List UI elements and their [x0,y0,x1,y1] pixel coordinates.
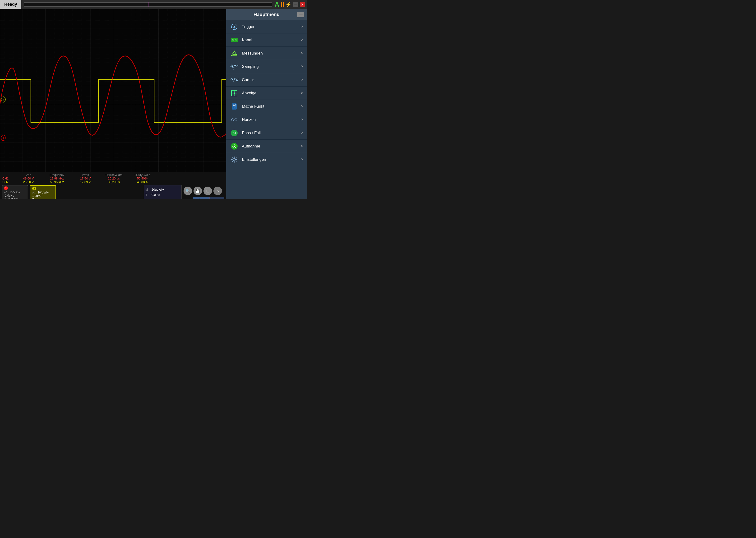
menu-cursor-arrow: > [300,77,303,82]
svg-point-23 [233,158,236,161]
ch1-circle: 1 [4,187,8,190]
menu-horizon-label: Horizon [242,117,297,122]
menu-item-trigger[interactable]: Trigger > [226,20,307,33]
time-d-value: 1k [151,198,155,199]
save-button[interactable]: 💾 [193,187,202,195]
meas-ch1-pulse: 25,20 us [100,177,128,180]
meas-ch2-freq: 5,995 kHz [43,180,71,184]
menu-kanal-label: Kanal [242,38,297,42]
ch2-info-box[interactable]: 2 AC 10 V /div 1.0divs ? [30,185,56,199]
meas-ch1-row: CH1 49,60 V 19,98 kHz 17,54 V 25,20 us 5… [0,177,226,180]
ch2-question: ? [32,197,34,199]
zoom-button[interactable]: 🔍 [184,187,192,195]
menu-einstellungen-arrow: > [300,157,303,162]
menu-aufnahme-label: Aufnahme [242,144,297,149]
save-icon: 💾 [195,189,200,193]
ch1-params: AC 10 V /div -1.0divs 20,000 kHz [4,190,26,199]
svg-marker-11 [232,51,237,56]
menu-item-messungen[interactable]: Messungen > [226,47,307,60]
menu-sampling-arrow: > [300,64,303,69]
home-button[interactable]: ⌂ [213,187,222,195]
svg-point-21 [234,145,235,147]
menu-collapse-button[interactable]: — [297,12,304,17]
svg-point-18 [235,119,237,121]
ch2-mode: AC [32,191,36,194]
pass-fail-icon: P?F [230,129,239,137]
menu-einstellungen-label: Einstellungen [242,157,297,162]
meas-ch2-vpp: 25,20 V [14,180,43,184]
menu-kanal-arrow: > [300,37,303,42]
waveform-canvas: 1 2 [0,9,226,199]
menu-anzeige-arrow: > [300,90,303,95]
oscilloscope-display: 1 2 Vpp Frequency Vrms +PulseWidth +Duty… [0,9,226,199]
time-m-value: 20us /div [151,188,164,191]
meas-ch1-duty: 50,40% [128,177,156,180]
meas-headers: Vpp Frequency Vrms +PulseWidth +DutyCycl… [0,173,226,177]
trigger-button[interactable]: Trigger [193,197,209,199]
ch1-scale: 10 V /div [10,190,21,194]
menu-trigger-arrow: > [300,24,303,29]
time-d-row: D 1k [145,197,180,199]
ch1-info-box[interactable]: 1 AC 10 V /div -1.0divs 20,000 kHz [2,185,28,199]
menu-aufnahme-arrow: > [300,144,303,149]
menu-item-mathe[interactable]: f(x)÷= Mathe Funkt. > [226,100,307,113]
time-t-row: T 0.0 ns [145,192,180,197]
menu-trigger-label: Trigger [242,25,297,29]
menu-messungen-arrow: > [300,51,303,56]
menu-item-sampling[interactable]: Sampling > [226,60,307,73]
menu-cursor-label: Cursor [242,78,297,82]
meas-ch1-vpp: 49,60 V [14,177,43,180]
force-button[interactable]: Force [210,197,224,199]
meas-header-pulse: +PulseWidth [100,173,128,177]
menu-item-kanal[interactable]: CH1 Kanal > [226,33,307,47]
title-icons: A ⚡ — ✕ [275,1,305,8]
meas-header-vrms: Vrms [71,173,100,177]
ch1-box-header: 1 [4,187,26,190]
export-button[interactable]: ⊡ [203,187,212,195]
meas-ch1-freq: 19,98 kHz [43,177,71,180]
meas-ch2-duty: 49,88% [128,180,156,184]
svg-point-17 [232,119,234,121]
time-t-value: 0.0 ns [151,193,160,196]
main-area: 1 2 Vpp Frequency Vrms +PulseWidth +Duty… [0,9,307,199]
ch1-offset: -1.0divs [4,194,14,197]
title-bar: Ready A ⚡ — ✕ [0,0,307,9]
close-button[interactable]: ✕ [300,2,305,7]
home-icon: ⌂ [217,189,219,193]
meas-header-freq: Frequency [43,173,71,177]
menu-sampling-label: Sampling [242,64,297,69]
bottom-action-icons: 🔍 💾 ⊡ ⌂ [184,185,224,196]
menu-item-aufnahme[interactable]: Aufnahme > [226,140,307,153]
sampling-icon [230,62,239,71]
right-menu-panel: Hauptmenü — Trigger > CH1 Kanal > [226,9,307,199]
minimize-button[interactable]: — [293,2,298,7]
time-m-row: M 20us /div [145,187,180,192]
lightning-icon: ⚡ [285,1,292,8]
menu-mathe-label: Mathe Funkt. [242,104,297,109]
pause-icon[interactable] [281,2,284,7]
export-icon: ⊡ [206,189,209,193]
menu-item-anzeige[interactable]: Anzeige > [226,86,307,100]
meas-ch1-label: CH1 [2,177,14,180]
time-d-key: D [145,198,150,199]
svg-point-22 [235,145,236,145]
measurement-bar: Vpp Frequency Vrms +PulseWidth +DutyCycl… [0,172,226,199]
meas-ch2-vrms: 12,39 V [71,180,100,184]
menu-item-einstellungen[interactable]: Einstellungen > [226,153,307,166]
channel-a-icon: A [275,1,279,8]
mathe-funkt-icon: f(x)÷= [230,102,239,111]
meas-header-vpp: Vpp [14,173,43,177]
einstellungen-icon [230,155,239,164]
ch2-circle: 2 [32,187,36,190]
svg-text:2: 2 [3,98,4,102]
menu-messungen-label: Messungen [242,51,297,56]
menu-item-horizon[interactable]: Horizon > [226,113,307,126]
horizon-icon [230,116,239,124]
menu-title-text: Hauptmenü [253,12,280,17]
menu-item-cursor[interactable]: Cursor > [226,73,307,86]
meas-ch2-pulse: 83,20 us [100,180,128,184]
ch2-box-header: 2 [32,187,54,190]
menu-item-passfail[interactable]: P?F Pass / Fail > [226,126,307,140]
menu-passfail-label: Pass / Fail [242,131,297,135]
cursor-icon [230,76,239,84]
